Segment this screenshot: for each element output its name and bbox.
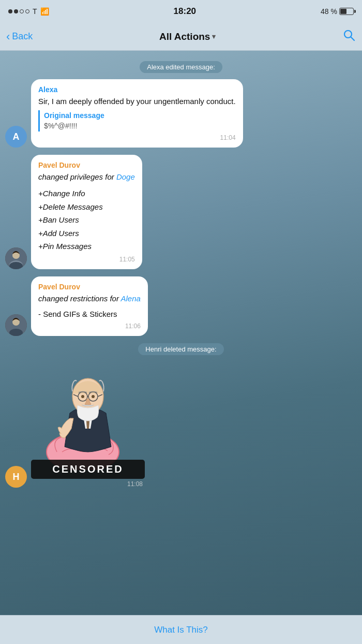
bubble-time-pavel-2: 11:06	[38, 322, 141, 331]
sticker-image	[31, 361, 145, 470]
restrictions-text: - Send GIFs & Stickers	[38, 309, 141, 320]
wifi-icon: 📶	[40, 7, 49, 16]
bubble-pavel-2: Pavel Durov changed restrictions for Ale…	[31, 276, 148, 336]
censored-bar: CENSORED	[31, 460, 145, 479]
bubble-pavel-1: Pavel Durov changed privileges for Doge …	[31, 155, 142, 269]
dot-3	[20, 9, 24, 13]
back-button[interactable]: ‹ Back	[6, 30, 33, 43]
nav-title-text: All Actions	[159, 31, 210, 42]
system-text-2: Henri deleted message:	[138, 343, 223, 355]
system-text-1: Alexa edited message:	[140, 61, 222, 73]
status-bar: T 📶 18:20 48 %	[0, 0, 362, 23]
navigation-bar: ‹ Back All Actions ▾	[0, 23, 362, 51]
avatar-pavel-1	[5, 247, 27, 269]
system-notification-1: Alexa edited message:	[5, 61, 357, 73]
bubble-time-alexa: 11:04	[38, 134, 236, 142]
dot-1	[8, 9, 12, 13]
battery-icon	[339, 8, 354, 15]
what-is-this-link[interactable]: What Is This?	[154, 625, 208, 635]
original-message-bar: Original message $%^@#!!!!	[38, 110, 236, 131]
system-notification-2: Henri deleted message:	[5, 343, 357, 355]
original-text: $%^@#!!!!	[44, 121, 236, 131]
status-time: 18:20	[174, 6, 196, 17]
battery-percent: 48 %	[321, 7, 337, 16]
svg-point-18	[92, 395, 95, 398]
message-row-pavel-1: Pavel Durov changed privileges for Doge …	[5, 155, 357, 269]
message-row-henri: H	[5, 361, 357, 488]
avatar-alexa: A	[5, 126, 27, 148]
sender-alexa: Alexa	[38, 84, 236, 95]
nav-title[interactable]: All Actions ▾	[159, 31, 216, 42]
dot-2	[14, 9, 18, 13]
back-chevron-icon: ‹	[6, 30, 10, 43]
battery-fill	[340, 9, 346, 14]
bottom-bar: What Is This?	[0, 615, 362, 644]
original-label: Original message	[44, 110, 236, 121]
privilege-list: +Change Info +Delete Messages +Ban Users…	[38, 187, 135, 253]
sender-pavel-2: Pavel Durov	[38, 282, 141, 292]
privilege-target: Doge	[116, 172, 135, 181]
search-button[interactable]	[342, 28, 356, 45]
avatar-pavel-2	[5, 314, 27, 336]
svg-point-17	[81, 395, 84, 398]
status-right: 48 %	[321, 7, 354, 16]
restriction-target: Alena	[121, 294, 141, 303]
dot-4	[25, 9, 29, 13]
carrier-label: T	[33, 7, 37, 16]
status-left: T 📶	[8, 7, 49, 16]
chat-area: Alexa edited message: A Alexa Sir, I am …	[0, 51, 362, 644]
sticker-bubble-container: CENSORED 11:08	[31, 361, 145, 488]
svg-line-1	[351, 37, 354, 40]
dropdown-arrow-icon: ▾	[212, 33, 216, 40]
message-row-pavel-2: Pavel Durov changed restrictions for Ale…	[5, 276, 357, 336]
sticker-time: 11:08	[31, 480, 145, 488]
avatar-henri: H	[5, 466, 27, 488]
message-row-alexa: A Alexa Sir, I am deeply offended by you…	[5, 79, 357, 148]
bubble-body-alexa: Sir, I am deeply offended by your ungent…	[38, 96, 236, 107]
back-label: Back	[12, 31, 33, 42]
signal-dots	[8, 9, 29, 13]
bubble-intro-2: changed restrictions for Alena	[38, 293, 141, 304]
bubble-intro-1: changed privileges for Doge	[38, 171, 135, 183]
bubble-alexa: Alexa Sir, I am deeply offended by your …	[31, 79, 243, 148]
sender-pavel-1: Pavel Durov	[38, 160, 135, 170]
bubble-time-pavel-1: 11:05	[38, 255, 135, 264]
